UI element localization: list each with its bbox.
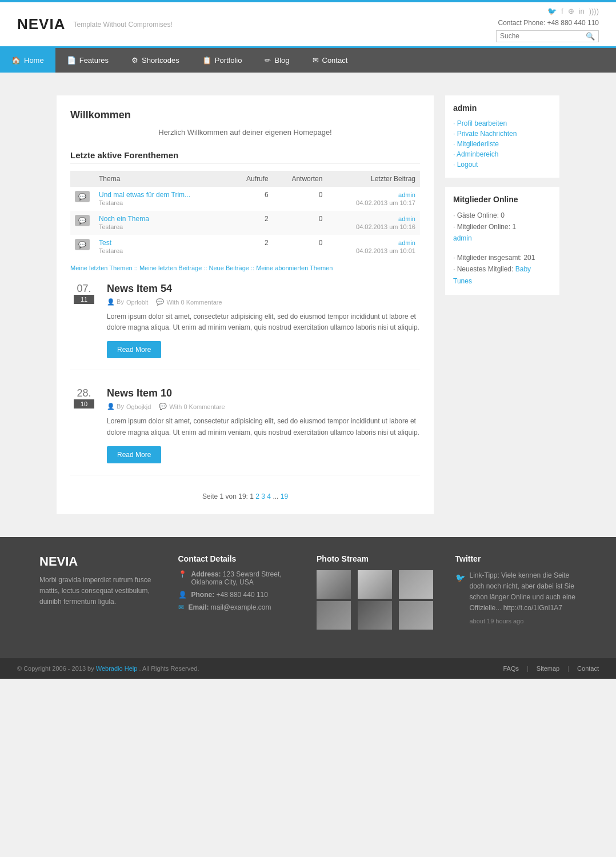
forum-sub-2: Testarea	[99, 223, 123, 230]
photo-thumb-1[interactable]	[317, 570, 351, 599]
footer-phone: Phone: +48 880 440 110	[191, 591, 268, 599]
pagination-ellipsis: ...	[273, 492, 278, 500]
sidebar-online-member[interactable]: admin	[453, 233, 551, 243]
news-item-54: 07. 11 News Item 54 👤 By Oprloblt 💬 With…	[70, 283, 420, 370]
nav-label-features: Features	[79, 56, 109, 65]
dribbble-social-icon[interactable]: ⊕	[568, 7, 574, 15]
copyright-link[interactable]: Webradio Help	[96, 665, 138, 672]
sidebar-link-profil[interactable]: · Profil bearbeiten	[453, 118, 551, 129]
sidebar-link-mitgliederliste[interactable]: · Mitgliederliste	[453, 139, 551, 149]
nav-item-portfolio[interactable]: 📋 Portfolio	[191, 48, 254, 73]
forum-title: Letzte aktive Forenthemen	[70, 150, 420, 164]
sidebar-link-logout[interactable]: · Logout	[453, 159, 551, 170]
bottom-link-faqs[interactable]: FAQs	[503, 665, 519, 672]
bottom-link-sitemap[interactable]: Sitemap	[537, 665, 559, 672]
news-body-2: News Item 10 👤 By Ogbojkjd 💬 With 0 Komm…	[107, 387, 420, 463]
forum-row-icon: 💬	[70, 211, 94, 235]
rss-social-icon[interactable]: ))))	[589, 7, 599, 15]
footer-photos-title: Photo Stream	[317, 554, 438, 563]
bottom-link-contact[interactable]: Contact	[577, 665, 599, 672]
nav-item-blog[interactable]: ✏ Blog	[253, 48, 301, 73]
twitter-time: about 19 hours ago	[470, 616, 577, 627]
nav-label-blog: Blog	[274, 56, 289, 65]
nav-label-home: Home	[24, 56, 44, 65]
contact-phone: Contact Phone: +48 880 440 110	[498, 19, 599, 27]
pagination-link-4[interactable]: 4	[267, 492, 271, 500]
photo-thumb-3[interactable]	[399, 570, 433, 599]
linkedin-social-icon[interactable]: in	[579, 7, 585, 15]
nav-label-contact: Contact	[322, 56, 348, 65]
forum-link-neue-beitraege[interactable]: Neue Beiträge	[209, 265, 249, 271]
forum-topic-link-2[interactable]: Noch ein Thema	[99, 215, 149, 223]
nav-item-home[interactable]: 🏠 Home	[0, 48, 55, 73]
forum-last-by-1[interactable]: admin	[398, 191, 415, 198]
news-body-1: News Item 54 👤 By Oprloblt 💬 With 0 Komm…	[107, 283, 420, 358]
search-button[interactable]: 🔍	[586, 32, 595, 41]
bottom-link-divider-2: |	[567, 665, 569, 672]
table-row: 💬 Und mal etwas für dem Trim... Testarea…	[70, 187, 420, 211]
footer-address-item: 📍 Address: 123 Seward Street, Oklahoma C…	[178, 570, 300, 586]
search-input[interactable]	[500, 32, 586, 40]
sidebar-admin-title: admin	[453, 103, 551, 113]
news-title-2: News Item 10	[107, 387, 420, 399]
twitter-text: Link-Tipp: Viele kennen die Seite doch n…	[470, 571, 575, 612]
sidebar-members-section: Mitglieder Online · Gäste Online: 0 · Mi…	[445, 187, 559, 295]
date-month-1: 11	[74, 295, 94, 304]
nav-item-shortcodes[interactable]: ⚙ Shortcodes	[120, 48, 191, 73]
comments-meta-1: 💬 With 0 Kommentare	[156, 298, 222, 306]
footer-col-twitter: Twitter 🐦 Link-Tipp: Viele kennen die Se…	[455, 554, 577, 630]
forum-link-letzten-themen[interactable]: Meine letzten Themen	[70, 265, 133, 271]
forum-row-icon: 💬	[70, 235, 94, 259]
sidebar-link-nachrichten[interactable]: · Private Nachrichten	[453, 129, 551, 139]
photo-thumb-2[interactable]	[358, 570, 392, 599]
footer-email: Email: mail@example.com	[189, 603, 271, 611]
photo-grid	[317, 570, 438, 630]
read-more-button-2[interactable]: Read More	[107, 446, 161, 463]
news-meta-1: 👤 By Oprloblt 💬 With 0 Kommentare	[107, 298, 420, 306]
pagination-link-3[interactable]: 3	[261, 492, 265, 500]
forum-last-by-2[interactable]: admin	[398, 215, 415, 222]
footer-logo: NEVIA	[39, 554, 161, 569]
sidebar-link-adminbereich[interactable]: · Adminbereich	[453, 149, 551, 159]
forum-views-1: 6	[230, 187, 273, 211]
forum-sub-3: Testarea	[99, 247, 123, 254]
sidebar-admin-section: admin · Profil bearbeiten · Private Nach…	[445, 95, 559, 178]
sidebar-total-members: · Mitglieder insgesamt: 201	[453, 252, 551, 263]
facebook-social-icon[interactable]: f	[561, 7, 563, 15]
pagination-link-19[interactable]: 19	[281, 492, 288, 500]
forum-topic-link-3[interactable]: Test	[99, 239, 111, 247]
forum-replies-2: 0	[273, 211, 327, 235]
forum-link-abonnierte-themen[interactable]: Meine abonnierten Themen	[256, 265, 333, 271]
forum-topic-link-1[interactable]: Und mal etwas für dem Trim...	[99, 191, 190, 199]
nav-item-contact[interactable]: ✉ Contact	[301, 48, 359, 73]
forum-views-3: 2	[230, 235, 273, 259]
forum-replies-1: 0	[273, 187, 327, 211]
sidebar-guests-online: · Gäste Online: 0	[453, 210, 551, 221]
bottom-links: FAQs | Sitemap | Contact	[503, 665, 599, 672]
twitter-item: 🐦 Link-Tipp: Viele kennen die Seite doch…	[455, 570, 577, 626]
photo-thumb-6[interactable]	[399, 601, 433, 630]
bottom-bar: © Copyright 2006 - 2013 by Webradio Help…	[0, 658, 616, 679]
news-title-1: News Item 54	[107, 283, 420, 295]
header: NEVIA Template Without Compromises! 🐦 f …	[0, 2, 616, 48]
forum-col-beitrag: Letzter Beitrag	[327, 171, 420, 187]
twitter-social-icon[interactable]: 🐦	[547, 7, 557, 15]
author-meta-1: 👤 By Oprloblt	[107, 298, 148, 306]
welcome-title: Willkommen	[70, 109, 420, 121]
forum-last-1: admin 04.02.2013 um 10:17	[327, 187, 420, 211]
photo-thumb-5[interactable]	[358, 601, 392, 630]
forum-table: Thema Aufrufe Antworten Letzter Beitrag …	[70, 171, 420, 259]
blog-icon: ✏	[265, 56, 271, 65]
photo-thumb-4[interactable]	[317, 601, 351, 630]
read-more-button-1[interactable]: Read More	[107, 341, 161, 358]
forum-link-letzten-beitraege[interactable]: Meine letzten Beiträge	[139, 265, 202, 271]
date-month-2: 10	[74, 399, 94, 409]
forum-last-by-3[interactable]: admin	[398, 239, 415, 246]
forum-col-aufrufe: Aufrufe	[230, 171, 273, 187]
nav-item-features[interactable]: 📄 Features	[55, 48, 120, 73]
pagination-link-2[interactable]: 2	[255, 492, 259, 500]
contact-icon: ✉	[313, 56, 319, 65]
bottom-link-divider-1: |	[527, 665, 529, 672]
news-meta-2: 👤 By Ogbojkjd 💬 With 0 Kommentare	[107, 403, 420, 410]
footer-twitter-title: Twitter	[455, 554, 577, 563]
